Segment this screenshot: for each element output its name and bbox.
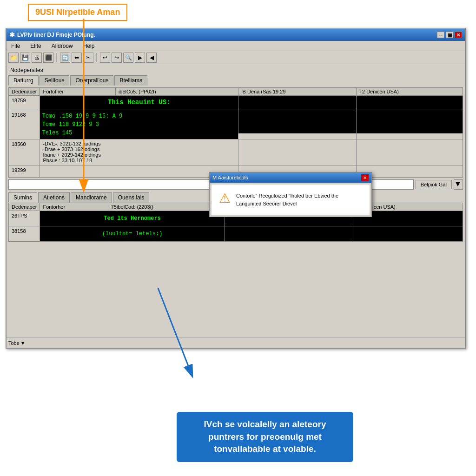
- dropdown-chevron-icon: ▼: [20, 340, 26, 346]
- toolbar-btn-open[interactable]: 📁: [8, 53, 19, 63]
- alert-title-bar: M Aaisfurelicols ✕: [210, 172, 371, 183]
- toolbar-btn-refresh[interactable]: 🔄: [60, 53, 70, 63]
- toolbar-btn-block[interactable]: ⬛: [43, 53, 53, 63]
- restore-button[interactable]: ▣: [446, 32, 453, 38]
- title-bar: ✱ LVPlv liner DJ Fmoje POlung. ─ ▣ ✕: [7, 29, 465, 41]
- toolbar-btn-back[interactable]: ⬅: [72, 53, 82, 63]
- row-id-18560: 18560: [9, 139, 40, 165]
- tab-sumins[interactable]: Sumins: [8, 192, 37, 203]
- tab-ouensials[interactable]: Ouens ials: [113, 192, 150, 203]
- bcol-dedenaper: Dedenaper: [9, 203, 40, 211]
- alert-close-button[interactable]: ✕: [361, 174, 369, 181]
- brow-id-38158: 38158: [9, 226, 40, 242]
- row-header-text: This Heauint US:: [40, 96, 238, 110]
- row-content-18759: This Heauint US:: [40, 96, 238, 110]
- tab-batturrg[interactable]: Batturrg: [8, 75, 39, 86]
- brow-text-26tps: Ted lts Hernomers: [40, 211, 224, 226]
- row-gray-text-18560: -DVE-: 3021-132 aadings -Drae + 2073-162…: [40, 139, 238, 165]
- alert-dialog: M Aaisfurelicols ✕ ⚠ Contorle" Reeguloiz…: [209, 172, 372, 217]
- toolbar-separator-1: [56, 53, 57, 62]
- callout-top-box: 9USI Nirpetible Aman: [28, 4, 127, 21]
- bcol-75ibelcod: 75ibelCod: (2203(): [108, 203, 225, 211]
- alert-title-text: M Aaisfurelicols: [212, 175, 248, 180]
- col-fortother: Fortother: [40, 88, 115, 96]
- callout-bottom-text: IVch se volcalelly an aleteory puntrers …: [204, 419, 326, 454]
- status-bar: Tobe ▼: [7, 337, 465, 348]
- table-row: 38158 (luultnt= letels:): [9, 226, 463, 242]
- top-tab-area: Nodepersites Batturrg Sellfous Onerprall…: [7, 64, 465, 86]
- col-ib-dena: iB Dena (Sas 19.29: [238, 88, 357, 96]
- table-row: 19168 Tomo .150 19 9 9 15: A 9 Tome 118 …: [9, 110, 463, 139]
- bcol-fontorher: Fontorher: [40, 203, 108, 211]
- alert-warning-icon: ⚠: [219, 192, 231, 205]
- menu-elite[interactable]: Elite: [27, 42, 44, 50]
- row-empty-19299: [40, 165, 238, 177]
- toolbar-btn-prev[interactable]: ◀: [146, 53, 157, 63]
- toolbar-btn-undo[interactable]: ↩: [100, 53, 110, 63]
- title-bar-controls: ─ ▣ ✕: [437, 32, 462, 38]
- alert-body: ⚠ Contorle" Reeguloized "lhaled ber Ebwe…: [212, 185, 370, 215]
- callout-top-text: 9USI Nirpetible Aman: [35, 7, 120, 17]
- alert-message-text: Contorle" Reeguloized "lhaled ber Ebwed …: [236, 192, 362, 207]
- app-icon: ✱: [9, 31, 15, 39]
- close-button[interactable]: ✕: [455, 32, 462, 38]
- top-tab-strip: Batturrg Sellfous Onerprall'ous Btelliam…: [8, 75, 463, 86]
- status-dropdown[interactable]: Tobe ▼: [8, 340, 26, 346]
- toolbar-btn-save[interactable]: 💾: [20, 53, 30, 63]
- row-col4-18759: [357, 96, 463, 110]
- row-col3-18560: [238, 139, 357, 165]
- col-dedenaper: Dedenaper: [9, 88, 40, 96]
- tab-atietions[interactable]: Atietions: [38, 192, 70, 203]
- nodepersites-label: Nodepersites: [8, 66, 463, 74]
- row-id-19168: 19168: [9, 110, 40, 139]
- row-content-19299: [40, 165, 238, 178]
- row-content-19168: Tomo .150 19 9 9 15: A 9 Tome 118 9122 9…: [40, 110, 238, 139]
- row-col3-18759: [238, 96, 357, 110]
- callout-bottom-box: IVch se volcalelly an aleteory puntrers …: [177, 412, 353, 462]
- row-content-18560: -DVE-: 3021-132 aadings -Drae + 2073-162…: [40, 139, 238, 165]
- tab-mandiorame[interactable]: Mandiorame: [71, 192, 112, 203]
- toolbar-btn-play[interactable]: ▶: [135, 53, 145, 63]
- row-col3-19168: [238, 110, 357, 139]
- row-col4-19299: [357, 165, 463, 178]
- table-row: 18560 -DVE-: 3021-132 aadings -Drae + 20…: [9, 139, 463, 165]
- row-multiline-text-19168: Tomo .150 19 9 9 15: A 9 Tome 118 9122 9…: [40, 110, 238, 139]
- menu-bar: File Elite Alldroow Help: [7, 41, 465, 51]
- brow-id-26tps: 26TPS: [9, 211, 40, 226]
- row-id-19299: 19299: [9, 165, 40, 178]
- top-data-table: Dedenaper Fortother ibelCo5: (PP02I) iB …: [8, 87, 463, 178]
- toolbar-btn-cut[interactable]: ✂: [83, 53, 93, 63]
- menu-alldroow[interactable]: Alldroow: [49, 42, 76, 50]
- minimize-button[interactable]: ─: [437, 32, 444, 38]
- tab-btelliams[interactable]: Btelliams: [114, 75, 147, 86]
- menu-file[interactable]: File: [8, 42, 23, 50]
- row-col4-18560: [357, 139, 463, 165]
- row-col4-19168: [357, 110, 463, 139]
- tab-sellfous[interactable]: Sellfous: [40, 75, 70, 86]
- brow-col4-38158: [353, 226, 463, 242]
- col-ibelco5: ibelCo5: (PP02I): [115, 88, 238, 96]
- toolbar-separator-2: [96, 53, 97, 62]
- row-id-18759: 18759: [9, 96, 40, 110]
- dropdown-arrow[interactable]: ▼: [454, 179, 463, 190]
- table-row: 18759 This Heauint US:: [9, 96, 463, 110]
- brow-content-26tps: Ted lts Hernomers: [40, 211, 225, 226]
- tab-onerprallous[interactable]: Onerprall'ous: [70, 75, 113, 86]
- toolbar-btn-print[interactable]: 🖨: [32, 53, 42, 63]
- toolbar-btn-redo[interactable]: ↪: [112, 53, 122, 63]
- col-i2-denicen: i 2 Denicen USA): [357, 88, 463, 96]
- belpiok-button[interactable]: Belpiok Gal: [416, 180, 452, 189]
- menu-help[interactable]: Help: [80, 42, 98, 50]
- brow-col3-38158: [225, 226, 353, 242]
- window-title: LVPlv liner DJ Fmoje POlung.: [17, 32, 95, 38]
- brow-text-38158: (luultnt= letels:): [40, 226, 224, 241]
- toolbar: 📁 💾 🖨 ⬛ 🔄 ⬅ ✂ ↩ ↪ 🔍 ▶ ◀: [7, 51, 465, 64]
- status-tobe: Tobe: [8, 340, 20, 346]
- top-content-area: Dedenaper Fortother ibelCo5: (PP02I) iB …: [7, 86, 465, 244]
- toolbar-btn-search[interactable]: 🔍: [123, 53, 133, 63]
- title-bar-left: ✱ LVPlv liner DJ Fmoje POlung.: [9, 31, 95, 39]
- brow-content-38158: (luultnt= letels:): [40, 226, 225, 242]
